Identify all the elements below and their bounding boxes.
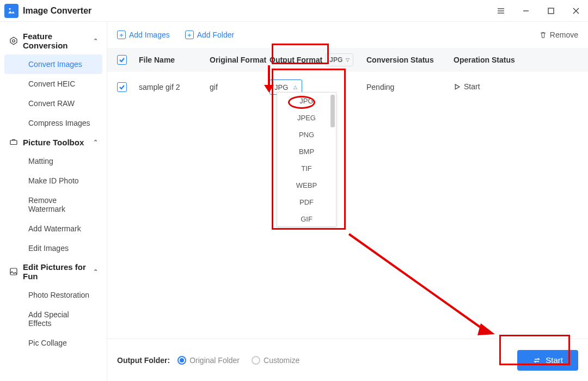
svg-point-0: [9, 8, 11, 9]
section-edit-pictures-for-fun[interactable]: Edit Pictures for Fun ⌃: [0, 258, 107, 285]
menu-button[interactable]: [493, 3, 509, 19]
chevron-up-icon: ⌃: [93, 139, 98, 146]
sidebar-item-add-watermark[interactable]: Add Watermark: [4, 219, 102, 238]
sidebar-item-pic-collage[interactable]: Pic Collage: [4, 333, 102, 353]
table-row: sample gif 2 gif JPG △ Pending Start: [107, 72, 588, 102]
header-conversion-status: Conversion Status: [366, 56, 454, 64]
section-feature-conversion[interactable]: Feature Conversion ⌃: [0, 27, 107, 54]
plus-icon: +: [117, 30, 126, 39]
start-button-label: Start: [546, 355, 563, 365]
header-output-format: Output Format: [270, 56, 322, 64]
svg-rect-5: [548, 8, 554, 14]
dropdown-option-pdf[interactable]: PDF: [277, 194, 336, 211]
remove-button[interactable]: Remove: [539, 30, 578, 39]
svg-marker-8: [10, 37, 17, 45]
radio-dot-icon: [252, 356, 260, 365]
chevron-down-icon: ▽: [346, 57, 350, 63]
svg-marker-16: [477, 323, 495, 335]
sidebar-item-convert-raw[interactable]: Convert RAW: [4, 94, 102, 113]
global-output-value: JPG: [329, 56, 342, 64]
radio-dot-icon: [177, 356, 186, 365]
footer: Output Folder: Original Folder Customize…: [107, 339, 588, 381]
svg-line-15: [349, 234, 484, 330]
cell-original-format: gif: [210, 83, 270, 91]
cell-file-name: sample gif 2: [139, 83, 210, 91]
dropdown-option-jpg[interactable]: JPG: [277, 93, 336, 109]
maximize-button[interactable]: [543, 3, 559, 19]
dropdown-option-bmp[interactable]: BMP: [277, 143, 336, 160]
fun-icon: [9, 267, 19, 276]
select-all-checkbox[interactable]: [117, 55, 127, 65]
add-images-button[interactable]: + Add Images: [117, 30, 170, 39]
sidebar: Feature Conversion ⌃ Convert Images Conv…: [0, 22, 107, 381]
row-start-label: Start: [464, 82, 480, 91]
radio-customize-label: Customize: [264, 356, 299, 365]
section-label: Picture Toolbox: [23, 138, 84, 147]
plus-icon: +: [185, 30, 194, 39]
minimize-button[interactable]: [518, 3, 534, 19]
trash-icon: [539, 31, 547, 39]
sidebar-item-make-id-photo[interactable]: Make ID Photo: [4, 171, 102, 190]
header-operation-status: Operation Status: [454, 56, 578, 64]
row-checkbox[interactable]: [117, 82, 127, 92]
feature-icon: [9, 36, 19, 46]
cell-conversion-status: Pending: [366, 83, 454, 91]
add-folder-button[interactable]: + Add Folder: [185, 30, 234, 39]
row-start-button[interactable]: Start: [454, 82, 480, 91]
toolbox-icon: [9, 137, 19, 147]
swap-icon: [532, 356, 541, 365]
sidebar-item-convert-images[interactable]: Convert Images: [4, 54, 102, 74]
app-title: Image Converter: [23, 6, 91, 16]
sidebar-item-compress-images[interactable]: Compress Images: [4, 113, 102, 133]
section-picture-toolbox[interactable]: Picture Toolbox ⌃: [0, 133, 107, 151]
app-logo: [4, 4, 19, 18]
output-folder-label: Output Folder:: [117, 356, 170, 365]
close-button[interactable]: [568, 3, 584, 19]
add-folder-label: Add Folder: [197, 30, 234, 39]
chevron-up-icon: ⌃: [93, 268, 98, 275]
sidebar-item-matting[interactable]: Matting: [4, 151, 102, 171]
dropdown-option-webp[interactable]: WEBP: [277, 177, 336, 194]
dropdown-scrollbar[interactable]: [330, 95, 335, 127]
dropdown-option-gif[interactable]: GIF: [277, 211, 336, 226]
output-folder-radio-group: Original Folder Customize: [177, 356, 299, 365]
sidebar-item-edit-images[interactable]: Edit Images: [4, 238, 102, 258]
radio-original-label: Original Folder: [189, 356, 240, 365]
radio-original-folder[interactable]: Original Folder: [177, 356, 240, 365]
content-area: + Add Images + Add Folder Remove File Na…: [107, 22, 588, 381]
svg-rect-10: [10, 140, 17, 145]
table-header: File Name Original Format Output Format …: [107, 48, 588, 72]
remove-label: Remove: [550, 30, 578, 39]
svg-rect-11: [10, 268, 17, 275]
radio-customize[interactable]: Customize: [252, 356, 299, 365]
sidebar-item-photo-restoration[interactable]: Photo Restoration: [4, 285, 102, 305]
window-controls: [493, 3, 584, 19]
dropdown-option-jpeg[interactable]: JPEG: [277, 109, 336, 126]
global-output-format-select[interactable]: JPG ▽: [326, 53, 353, 66]
sidebar-item-add-special-effects[interactable]: Add Special Effects: [4, 305, 102, 333]
section-label: Feature Conversion: [23, 32, 93, 50]
header-original-format: Original Format: [210, 56, 270, 64]
header-file-name: File Name: [139, 56, 210, 64]
row-output-value: JPG: [274, 83, 288, 91]
chevron-up-icon: ⌃: [93, 38, 98, 45]
chevron-up-icon: △: [293, 84, 297, 90]
toolbar: + Add Images + Add Folder Remove: [107, 22, 588, 48]
add-images-label: Add Images: [129, 30, 170, 39]
play-icon: [454, 83, 461, 90]
start-all-button[interactable]: Start: [517, 350, 578, 371]
annotation-arrow-diagonal: [347, 232, 499, 341]
dropdown-option-png[interactable]: PNG: [277, 126, 336, 143]
dropdown-option-tif[interactable]: TIF: [277, 160, 336, 177]
sidebar-item-remove-watermark[interactable]: Remove Watermark: [4, 190, 102, 219]
svg-marker-12: [455, 84, 460, 89]
output-format-dropdown: JPG JPEG PNG BMP TIF WEBP PDF GIF: [277, 92, 336, 227]
svg-point-9: [13, 40, 15, 42]
titlebar: Image Converter: [0, 0, 588, 22]
section-label: Edit Pictures for Fun: [23, 262, 93, 281]
sidebar-item-convert-heic[interactable]: Convert HEIC: [4, 74, 102, 94]
